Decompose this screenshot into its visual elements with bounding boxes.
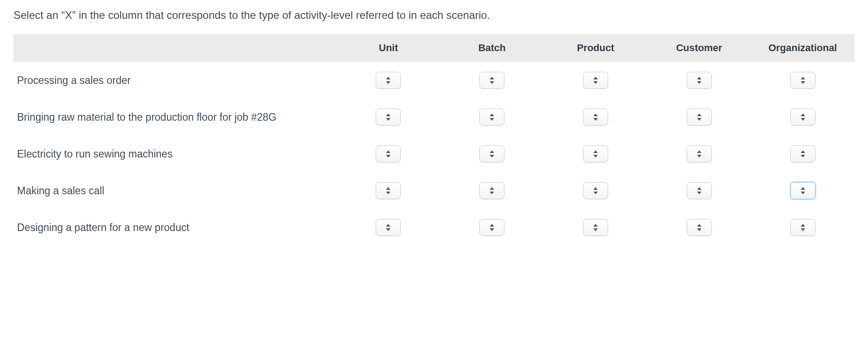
arrow-down-icon <box>386 228 390 231</box>
row-label: Designing a pattern for a new product <box>13 222 337 234</box>
instruction-text: Select an “X” in the column that corresp… <box>13 9 855 22</box>
select-stepper[interactable] <box>376 145 401 162</box>
arrow-down-icon <box>801 155 805 157</box>
arrow-up-icon <box>490 114 494 116</box>
table-cell <box>647 145 751 162</box>
arrow-up-icon <box>490 150 494 153</box>
arrow-up-icon <box>801 150 805 153</box>
table-cell <box>647 182 751 199</box>
table-row: Making a sales call <box>13 172 855 209</box>
arrow-up-icon <box>593 114 598 116</box>
arrow-down-icon <box>490 118 494 121</box>
table-header-row: Unit Batch Product Customer Organization… <box>13 34 855 62</box>
arrow-down-icon <box>593 118 598 121</box>
table-cell <box>544 145 648 162</box>
arrow-down-icon <box>386 192 390 194</box>
arrow-up-icon <box>386 224 390 227</box>
table-cell <box>544 109 648 126</box>
select-stepper[interactable] <box>687 182 712 199</box>
table-cell <box>440 219 544 236</box>
select-stepper[interactable] <box>479 72 504 89</box>
table-cell <box>440 72 544 89</box>
select-stepper[interactable] <box>687 219 712 236</box>
arrow-up-icon <box>593 150 598 153</box>
column-header-customer: Customer <box>647 42 751 54</box>
table-cell <box>751 109 855 126</box>
select-stepper[interactable] <box>479 109 504 126</box>
table-row: Processing a sales order <box>13 62 855 99</box>
arrow-down-icon <box>593 81 598 84</box>
arrow-up-icon <box>386 114 390 116</box>
arrow-down-icon <box>697 155 701 157</box>
table-cell <box>337 109 440 126</box>
select-stepper[interactable] <box>583 72 608 89</box>
arrow-up-icon <box>801 114 805 116</box>
arrow-up-icon <box>386 77 390 79</box>
arrow-down-icon <box>697 228 701 231</box>
arrow-up-icon <box>697 187 701 190</box>
table-cell <box>751 72 855 89</box>
arrow-up-icon <box>593 77 598 79</box>
arrow-down-icon <box>697 192 701 194</box>
table-cell <box>337 145 440 162</box>
table-cell <box>544 72 648 89</box>
select-stepper[interactable] <box>583 145 608 162</box>
column-header-batch: Batch <box>440 42 544 54</box>
table-cell <box>647 219 751 236</box>
select-stepper[interactable] <box>583 109 608 126</box>
arrow-up-icon <box>801 187 805 190</box>
select-stepper[interactable] <box>790 145 815 162</box>
table-cell <box>647 109 751 126</box>
select-stepper[interactable] <box>479 182 504 199</box>
arrow-down-icon <box>490 228 494 231</box>
table-cell <box>751 182 855 199</box>
arrow-up-icon <box>801 77 805 79</box>
table-cell <box>544 182 648 199</box>
select-stepper[interactable] <box>583 219 608 236</box>
table-cell <box>440 109 544 126</box>
arrow-up-icon <box>386 187 390 190</box>
row-label: Processing a sales order <box>13 74 337 87</box>
arrow-down-icon <box>697 81 701 84</box>
select-stepper[interactable] <box>790 219 815 236</box>
arrow-down-icon <box>801 228 805 231</box>
select-stepper[interactable] <box>479 145 504 162</box>
select-stepper[interactable] <box>583 182 608 199</box>
select-stepper[interactable] <box>376 109 401 126</box>
select-stepper[interactable] <box>790 182 815 199</box>
select-stepper[interactable] <box>790 72 815 89</box>
row-label: Electricity to run sewing machines <box>13 148 337 160</box>
table-cell <box>647 72 751 89</box>
row-label: Bringing raw material to the production … <box>13 111 337 123</box>
arrow-down-icon <box>593 155 598 157</box>
arrow-up-icon <box>490 224 494 227</box>
activity-table: Unit Batch Product Customer Organization… <box>13 34 855 246</box>
arrow-up-icon <box>490 77 494 79</box>
column-header-organizational: Organizational <box>751 42 855 54</box>
arrow-down-icon <box>593 192 598 194</box>
select-stepper[interactable] <box>687 145 712 162</box>
arrow-down-icon <box>490 192 494 194</box>
arrow-down-icon <box>801 81 805 84</box>
arrow-up-icon <box>386 150 390 153</box>
select-stepper[interactable] <box>376 182 401 199</box>
select-stepper[interactable] <box>479 219 504 236</box>
arrow-down-icon <box>386 81 390 84</box>
select-stepper[interactable] <box>376 219 401 236</box>
arrow-up-icon <box>593 187 598 190</box>
arrow-down-icon <box>801 118 805 121</box>
select-stepper[interactable] <box>790 109 815 126</box>
arrow-down-icon <box>801 192 805 194</box>
arrow-down-icon <box>697 118 701 121</box>
arrow-up-icon <box>697 150 701 153</box>
select-stepper[interactable] <box>687 72 712 89</box>
select-stepper[interactable] <box>687 109 712 126</box>
arrow-down-icon <box>490 81 494 84</box>
arrow-up-icon <box>593 224 598 227</box>
arrow-down-icon <box>386 118 390 121</box>
table-cell <box>440 182 544 199</box>
column-header-product: Product <box>544 42 648 54</box>
select-stepper[interactable] <box>376 72 401 89</box>
table-cell <box>440 145 544 162</box>
arrow-up-icon <box>697 224 701 227</box>
